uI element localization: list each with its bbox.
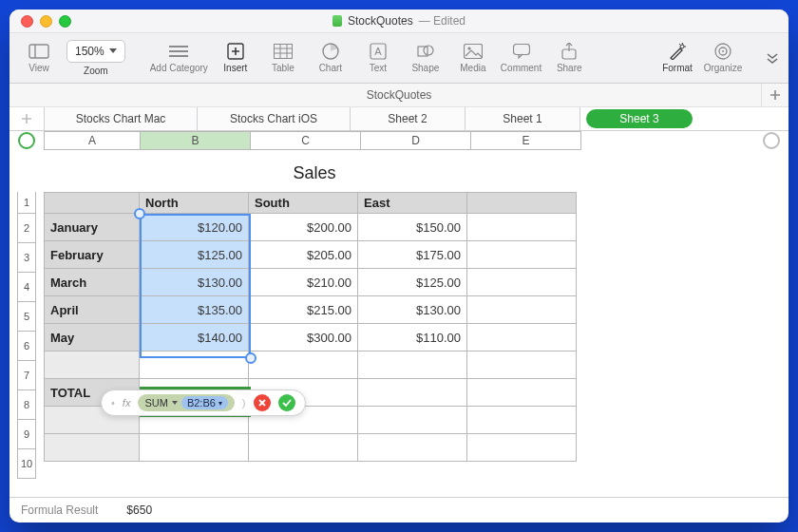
confirm-formula-button[interactable] <box>278 394 295 411</box>
svg-text:A: A <box>374 46 382 57</box>
col-header-C[interactable]: C <box>251 131 361 150</box>
row-header-1[interactable]: 1 <box>17 192 36 214</box>
table-row: March $130.00 $210.00 $125.00 <box>45 269 577 296</box>
doc-icon <box>332 15 342 27</box>
circle-icon <box>18 132 35 149</box>
bullet-icon: • <box>111 397 115 408</box>
fullscreen-button[interactable] <box>59 15 71 28</box>
add-sheet-button[interactable] <box>10 107 45 130</box>
header-north[interactable]: North <box>140 193 249 214</box>
selection-handle-top[interactable] <box>134 208 145 219</box>
svg-rect-8 <box>274 45 292 59</box>
sheet-tabs: Stocks Chart Mac Stocks Chart iOS Sheet … <box>10 107 788 131</box>
sheet-tab-2[interactable]: Sheet 2 <box>351 107 466 130</box>
view-button[interactable]: View <box>19 43 59 73</box>
svg-point-23 <box>680 45 684 48</box>
doc-title: StockQuotes <box>348 14 413 28</box>
header-south[interactable]: South <box>249 193 358 214</box>
col-header-B[interactable]: B <box>141 131 251 150</box>
sheet-tab-0[interactable]: Stocks Chart Mac <box>45 107 198 130</box>
sheet-tab-3[interactable]: Sheet 1 <box>466 107 580 130</box>
chevron-down-icon <box>172 401 178 405</box>
row-header-7[interactable]: 7 <box>17 361 36 390</box>
minimize-button[interactable] <box>40 15 52 28</box>
svg-rect-4 <box>169 55 188 57</box>
table-button[interactable]: Table <box>263 43 303 73</box>
sheet-tab-1[interactable]: Stocks Chart iOS <box>198 107 351 130</box>
row-header-2[interactable]: 2 <box>17 214 36 243</box>
format-button[interactable]: Format <box>657 43 697 73</box>
column-header-row: A B C D E <box>10 131 788 150</box>
svg-point-17 <box>424 46 433 55</box>
doc-name-strip: StockQuotes <box>10 84 788 107</box>
table-row: April $135.00 $215.00 $130.00 <box>45 296 577 324</box>
selection-handle-bottom[interactable] <box>245 352 256 364</box>
comment-button[interactable]: Comment <box>501 43 542 73</box>
media-button[interactable]: Media <box>453 43 493 73</box>
row-header-3[interactable]: 3 <box>17 243 36 273</box>
add-category-button[interactable]: Add Category <box>150 43 208 73</box>
table-row: May $140.00 $300.00 $110.00 <box>45 324 577 352</box>
header-blank[interactable] <box>45 193 140 214</box>
col-header-A[interactable]: A <box>44 131 141 150</box>
col-header-D[interactable]: D <box>361 131 471 150</box>
insert-button[interactable]: Insert <box>216 43 256 73</box>
svg-point-19 <box>467 47 470 49</box>
row-header-9[interactable]: 9 <box>17 420 36 449</box>
close-button[interactable] <box>21 15 33 28</box>
svg-rect-18 <box>464 45 482 59</box>
formula-editor[interactable]: • fx SUM B2:B6▾ ) <box>101 390 306 416</box>
titlebar: StockQuotes — Edited <box>10 10 788 33</box>
doc-state: — Edited <box>419 14 466 28</box>
svg-rect-20 <box>513 45 529 55</box>
row-header-4[interactable]: 4 <box>17 273 36 302</box>
window-controls <box>21 15 71 28</box>
table-handle-left[interactable] <box>10 131 44 150</box>
share-button[interactable]: Share <box>549 43 589 73</box>
organize-button[interactable]: Organize <box>703 43 743 73</box>
chart-button[interactable]: Chart <box>311 43 351 73</box>
col-header-E[interactable]: E <box>471 131 581 150</box>
svg-point-26 <box>722 50 724 52</box>
footer-label: Formula Result <box>21 504 98 517</box>
circle-icon <box>763 132 780 149</box>
table-title: Sales <box>44 163 585 183</box>
formula-token[interactable]: SUM B2:B6▾ <box>138 394 234 411</box>
window: StockQuotes — Edited View 150% Zoom Add … <box>10 10 788 522</box>
fx-label: fx <box>123 397 131 408</box>
footer: Formula Result $650 <box>10 497 788 522</box>
shape-button[interactable]: Shape <box>406 43 446 73</box>
toolbar: View 150% Zoom Add Category Insert Table… <box>10 33 788 84</box>
svg-rect-0 <box>29 45 48 58</box>
footer-value: $650 <box>126 504 152 517</box>
data-grid[interactable]: North South East January $120.00 $200.00… <box>44 192 577 462</box>
header-east[interactable]: East <box>358 193 467 214</box>
row-header-5[interactable]: 5 <box>17 302 36 332</box>
zoom-control[interactable]: 150% Zoom <box>66 40 125 76</box>
sheet-canvas[interactable]: Sales North South East January $120.00 $… <box>44 150 788 497</box>
text-button[interactable]: A Text <box>358 43 398 73</box>
svg-rect-3 <box>169 50 188 52</box>
table-row: January $120.00 $200.00 $150.00 <box>45 214 577 241</box>
row-index-gutter: 1 2 3 4 5 6 7 8 9 10 <box>10 150 44 497</box>
overflow-button[interactable] <box>764 49 781 66</box>
table-row: February $125.00 $205.00 $175.00 <box>45 241 577 269</box>
add-doc-button[interactable] <box>761 84 788 106</box>
sheet-tab-4[interactable]: Sheet 3 <box>586 109 693 128</box>
formula-arg[interactable]: B2:B6▾ <box>181 396 228 409</box>
cancel-formula-button[interactable] <box>254 394 271 411</box>
row-header-10[interactable]: 10 <box>17 449 36 479</box>
row-header-6[interactable]: 6 <box>17 332 36 361</box>
header-blank2[interactable] <box>467 193 577 214</box>
svg-rect-2 <box>169 46 188 48</box>
table-handle-right[interactable] <box>754 131 788 150</box>
row-header-8[interactable]: 8 <box>17 390 36 420</box>
